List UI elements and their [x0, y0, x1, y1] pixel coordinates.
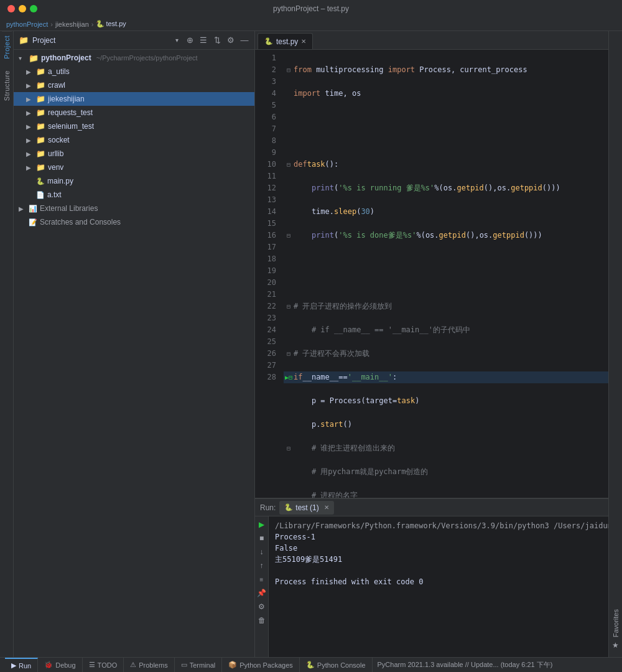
code-line-3 — [284, 111, 608, 123]
panel-title: Project — [32, 36, 172, 45]
breadcrumb: pythonProject › jiekeshijian › 🐍test.py — [0, 17, 622, 31]
status-bar: ▶ Run 🐞 Debug ☰ TODO ⚠ Problems ▭ Termin… — [0, 657, 622, 672]
tree-item-requests-test[interactable]: ▶ 📁 requests_test — [14, 106, 254, 119]
line-numbers: 12345 678910 1112131415 1617181920 21222… — [255, 50, 281, 498]
tree-item-main-py[interactable]: ▶ 🐍 main.py — [14, 174, 254, 188]
sort-icon[interactable]: ⇅ — [212, 35, 222, 45]
clear-icon[interactable]: 🗑 — [256, 615, 267, 626]
status-tab-python-packages[interactable]: 📦 Python Packages — [222, 658, 300, 672]
code-line-15: p = Process(target=task) — [284, 395, 608, 407]
scroll-up-icon[interactable]: ↑ — [256, 560, 267, 571]
code-line-18: # 用pycharm就是pycharm创造的 — [284, 466, 608, 478]
tab-close-icon[interactable]: ✕ — [301, 38, 306, 45]
code-content[interactable]: ⊟from multiprocessing import Process, cu… — [281, 50, 608, 498]
python-console-icon: 🐍 — [306, 661, 315, 669]
run-tab[interactable]: 🐍 test (1) ✕ — [279, 501, 333, 515]
collapse-icon[interactable]: ☰ — [198, 35, 208, 45]
status-update-text[interactable]: PyCharm 2021.1.3 available // Update... … — [373, 660, 558, 670]
editor-tab-test-py[interactable]: 🐍 test.py ✕ — [258, 33, 313, 49]
tree-item-a-utils[interactable]: ▶ 📁 a_utils — [14, 65, 254, 78]
settings-icon[interactable]: ⚙ — [226, 35, 236, 45]
output-line-5: Process finished with exit code 0 — [275, 576, 602, 587]
code-line-16: p.start() — [284, 419, 608, 431]
status-tab-problems[interactable]: ⚠ Problems — [124, 658, 174, 672]
code-line-13: ⊟# 子进程不会再次加载 — [284, 348, 608, 360]
favorites-label[interactable]: Favorites — [611, 605, 621, 641]
run-header: Run: 🐍 test (1) ✕ — [255, 499, 608, 516]
settings-run-icon[interactable]: ⚙ — [256, 601, 267, 612]
locate-icon[interactable]: ⊕ — [185, 35, 195, 45]
code-line-5: ⊟def task(): — [284, 159, 608, 170]
run-tab-text: Run — [19, 662, 31, 670]
minimize-button[interactable] — [19, 5, 26, 12]
python-packages-label: Python Packages — [239, 661, 293, 669]
tree-item-crawl[interactable]: ▶ 📁 crawl — [14, 78, 254, 92]
structure-panel-label[interactable]: Structure — [2, 65, 12, 106]
code-line-8: ⊟ print('%s is done爹是%s' % (os.getpid(),… — [284, 230, 608, 241]
tab-label: test.py — [276, 37, 298, 46]
breadcrumb-folder[interactable]: jiekeshijian — [55, 21, 89, 28]
code-line-12: # if __name__ == '__main__'的子代码中 — [284, 324, 608, 336]
python-console-label: Python Console — [317, 661, 366, 669]
run-stop-icon[interactable]: ■ — [256, 533, 267, 544]
todo-icon: ☰ — [89, 661, 95, 669]
hide-icon[interactable]: — — [239, 35, 249, 45]
tree-item-venv[interactable]: ▶ 📁 venv — [14, 161, 254, 174]
file-tree: ▾ 📁 pythonProject ~/PycharmProjects/pyth… — [14, 50, 254, 657]
output-line-3: 主55109爹是51491 — [275, 554, 602, 565]
todo-label: TODO — [98, 661, 118, 669]
tree-item-socket[interactable]: ▶ 📁 socket — [14, 133, 254, 147]
code-line-11: ⊟# 开启子进程的操作必须放到 — [284, 301, 608, 312]
code-line-1: ⊟from multiprocessing import Process, cu… — [284, 64, 608, 76]
sidebar-header: 📁 Project ▾ ⊕ ☰ ⇅ ⚙ — — [14, 31, 254, 50]
status-tab-terminal[interactable]: ▭ Terminal — [175, 658, 223, 672]
favorites-star-icon[interactable]: ★ — [612, 641, 619, 650]
run-play-icon[interactable]: ▶ — [256, 519, 267, 530]
terminal-label: Terminal — [190, 661, 216, 669]
scroll-down-icon[interactable]: ↓ — [256, 546, 267, 558]
code-line-19: # 进程的名字 — [284, 490, 608, 498]
problems-icon: ⚠ — [130, 661, 136, 669]
status-tab-debug[interactable]: 🐞 Debug — [38, 658, 82, 672]
output-line-4 — [275, 565, 602, 576]
wrap-icon[interactable]: ≡ — [256, 574, 267, 585]
code-line-10 — [284, 277, 608, 289]
tree-item-selenium-test[interactable]: ▶ 📁 selenium_test — [14, 119, 254, 133]
breadcrumb-file[interactable]: 🐍test.py — [96, 20, 126, 28]
code-line-4 — [284, 135, 608, 147]
project-panel-label[interactable]: Project — [2, 31, 12, 64]
output-line-1: Process-1 — [275, 531, 602, 543]
debug-label: Debug — [55, 661, 75, 669]
pin-icon[interactable]: 📌 — [256, 587, 267, 599]
run-tab-label: test (1) — [295, 503, 318, 512]
close-button[interactable] — [7, 5, 15, 12]
titlebar: pythonProject – test.py — [0, 0, 622, 17]
tree-item-scratches[interactable]: ▶ 📝 Scratches and Consoles — [14, 215, 254, 229]
traffic-lights — [7, 5, 37, 12]
run-tab-close[interactable]: ✕ — [324, 504, 329, 511]
code-line-2: import time, os — [284, 88, 608, 100]
run-output: /Library/Frameworks/Python.framework/Ver… — [269, 516, 608, 657]
tree-item-jiekeshijian[interactable]: ▶ 📁 jiekeshijian — [14, 92, 254, 106]
editor-area: 🐍 test.py ✕ 12345 678910 1112131415 1617… — [255, 31, 608, 498]
code-line-7: time.sleep(30) — [284, 206, 608, 218]
breadcrumb-project[interactable]: pythonProject — [6, 21, 48, 28]
code-line-9 — [284, 253, 608, 265]
status-tab-python-console[interactable]: 🐍 Python Console — [300, 658, 373, 672]
run-tab-icon: ▶ — [11, 661, 16, 670]
tree-item-a-txt[interactable]: ▶ 📄 a.txt — [14, 188, 254, 202]
tree-item-urllib[interactable]: ▶ 📁 urllib — [14, 147, 254, 161]
project-sidebar: 📁 Project ▾ ⊕ ☰ ⇅ ⚙ — ▾ 📁 pythonProject … — [14, 31, 255, 657]
status-tab-todo[interactable]: ☰ TODO — [83, 658, 124, 672]
tree-item-external-libraries[interactable]: ▶ 📊 External Libraries — [14, 202, 254, 215]
debug-icon: 🐞 — [44, 661, 53, 669]
code-editor[interactable]: 12345 678910 1112131415 1617181920 21222… — [255, 50, 608, 498]
python-packages-icon: 📦 — [228, 661, 237, 669]
run-label: Run: — [260, 503, 276, 512]
status-tab-run[interactable]: ▶ Run — [5, 658, 38, 672]
output-line-2: False — [275, 543, 602, 554]
editor-tabs: 🐍 test.py ✕ — [255, 31, 608, 50]
code-line-17: ⊟ # 谁把主进程创造出来的 — [284, 442, 608, 454]
maximize-button[interactable] — [30, 5, 37, 12]
tree-root[interactable]: ▾ 📁 pythonProject ~/PycharmProjects/pyth… — [14, 51, 254, 65]
